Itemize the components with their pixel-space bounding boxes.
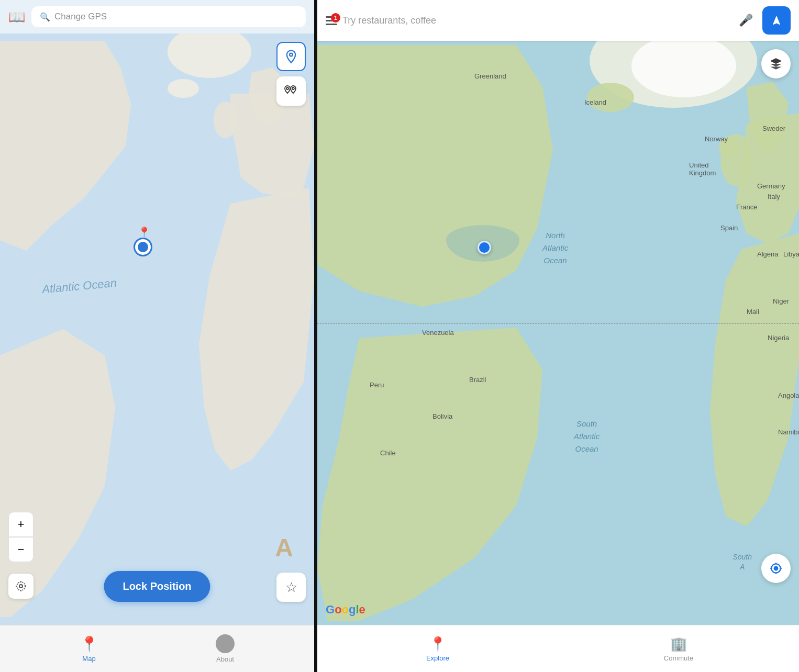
svg-point-13 xyxy=(774,567,778,570)
explore-nav-icon: 📍 xyxy=(429,636,446,652)
svg-point-10 xyxy=(587,83,634,112)
right-panel: 1 Try restaurants, coffee 🎤 xyxy=(317,0,799,672)
location-marker-left: 📍 xyxy=(134,238,152,256)
star-button[interactable]: ☆ xyxy=(276,573,306,602)
current-location-button-right[interactable] xyxy=(761,554,791,583)
svg-point-1 xyxy=(168,79,199,98)
map-nav-label: Map xyxy=(82,655,95,663)
book-icon[interactable]: 📖 xyxy=(8,9,25,25)
search-bar-right[interactable]: Try restaurants, coffee xyxy=(342,15,729,26)
directions-button[interactable] xyxy=(762,6,791,35)
commute-nav-label: Commute xyxy=(664,654,693,662)
search-icon-left: 🔍 xyxy=(40,12,50,22)
nav-item-map[interactable]: 📍 Map xyxy=(21,635,157,663)
svg-point-4 xyxy=(286,87,288,89)
svg-point-5 xyxy=(292,87,294,89)
zoom-in-button[interactable]: + xyxy=(8,512,34,537)
location-dot-inner xyxy=(138,242,148,252)
map-layers-button[interactable] xyxy=(761,49,791,79)
map-svg-left xyxy=(0,33,314,625)
svg-point-0 xyxy=(168,33,251,78)
svg-point-6 xyxy=(19,585,23,588)
search-placeholder-right: Try restaurants, coffee xyxy=(342,15,436,26)
right-nav: 📍 Explore 🏢 Commute xyxy=(317,625,799,672)
nav-item-about[interactable]: About xyxy=(157,634,293,663)
double-pin-button[interactable] xyxy=(276,76,306,106)
zoom-out-button[interactable]: − xyxy=(8,537,34,562)
location-marker-right xyxy=(478,241,491,254)
marker-pin: 📍 xyxy=(138,226,151,239)
zoom-controls: + − xyxy=(8,512,34,562)
svg-point-12 xyxy=(719,137,738,158)
about-nav-label: About xyxy=(216,655,234,663)
svg-point-7 xyxy=(17,582,25,590)
search-bar-left[interactable]: 🔍 Change GPS xyxy=(31,6,306,27)
location-dot-left xyxy=(134,238,152,256)
right-header: 1 Try restaurants, coffee 🎤 xyxy=(317,0,799,41)
notification-badge: 1 xyxy=(331,13,340,23)
microphone-button[interactable]: 🎤 xyxy=(734,9,757,32)
menu-line-3 xyxy=(326,24,337,25)
explore-nav-label: Explore xyxy=(426,654,449,662)
svg-point-3 xyxy=(290,53,293,57)
single-pin-button[interactable] xyxy=(276,42,306,71)
equator-line xyxy=(317,323,799,324)
my-location-button-left[interactable] xyxy=(8,574,34,599)
search-placeholder-left: Change GPS xyxy=(54,12,107,22)
about-avatar xyxy=(216,634,235,653)
commute-nav-icon: 🏢 xyxy=(670,636,687,652)
lock-position-button[interactable]: Lock Position xyxy=(104,571,210,602)
left-header: 📖 🔍 Change GPS xyxy=(0,0,314,33)
left-nav: 📍 Map About xyxy=(0,625,314,672)
right-map: Greenland Iceland Norway Sweder UnitedKi… xyxy=(317,41,799,625)
map-svg-right xyxy=(317,41,799,625)
nav-item-explore[interactable]: 📍 Explore xyxy=(317,636,558,662)
left-panel: 📖 🔍 Change GPS Atlantic xyxy=(0,0,314,672)
nav-item-commute[interactable]: 🏢 Commute xyxy=(558,636,799,662)
menu-badge[interactable]: 1 xyxy=(326,16,337,25)
map-nav-icon: 📍 xyxy=(80,635,98,653)
watermark-a: A xyxy=(275,533,293,562)
left-map: Atlantic Ocean A 📍 xyxy=(0,33,314,625)
